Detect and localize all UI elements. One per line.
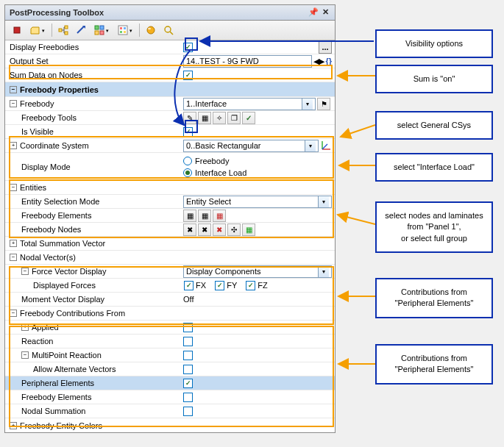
- tool-grid[interactable]: ▾: [90, 22, 113, 38]
- pin-icon[interactable]: 📌: [308, 7, 319, 18]
- row-nodal-sum: Nodal Summation: [5, 404, 335, 418]
- radio-interface-load[interactable]: [183, 168, 192, 177]
- radio-interface-load-label: Interface Load: [195, 168, 246, 177]
- combo-freebody[interactable]: 1..Interface ▾: [183, 98, 316, 110]
- label-display-mode: Display Mode: [5, 153, 183, 180]
- check-fy[interactable]: ✓: [215, 281, 224, 290]
- label-nodal-sum: Nodal Summation: [5, 404, 183, 418]
- node-pick2-icon[interactable]: ✖: [198, 224, 211, 236]
- expander-csys[interactable]: +: [10, 142, 17, 149]
- check-fz[interactable]: ✓: [246, 281, 255, 290]
- svg-rect-11: [120, 27, 122, 29]
- label-display-freebodies: Display Freebodies: [5, 40, 183, 54]
- axis-icon[interactable]: [320, 140, 332, 151]
- label-disp-forces: Displayed Forces: [5, 279, 183, 292]
- titlebar: PostProcessing Toolbox 📌 ✕: [5, 5, 335, 21]
- chevron-down-icon[interactable]: ▾: [302, 99, 313, 110]
- node-grid-icon[interactable]: ▦: [242, 224, 255, 236]
- tool-edit-icon[interactable]: ✎: [183, 112, 196, 124]
- tool-table-icon[interactable]: ▦: [198, 112, 211, 124]
- tool-wizard-icon[interactable]: ✧: [213, 112, 226, 124]
- close-icon[interactable]: ✕: [320, 7, 330, 18]
- label-allow-alt: Allow Alternate Vectors: [5, 362, 183, 376]
- label-freebody-tools: Freebody Tools: [5, 111, 183, 124]
- value-mvd: Off: [183, 295, 194, 304]
- chevron-down-icon[interactable]: ▾: [318, 196, 329, 207]
- expander-contrib[interactable]: −: [10, 310, 17, 317]
- check-multipoint[interactable]: [183, 351, 193, 360]
- node-target-icon[interactable]: ✣: [227, 224, 241, 236]
- tool-sphere[interactable]: [143, 22, 159, 38]
- check-nodal-sum[interactable]: [183, 407, 193, 416]
- svg-rect-8: [95, 31, 99, 35]
- elem-add-icon[interactable]: ▦: [198, 210, 211, 222]
- row-multipoint: − MultiPoint Reaction: [5, 348, 335, 362]
- row-allow-alt: Allow Alternate Vectors: [5, 362, 335, 376]
- node-del-icon[interactable]: ✖: [213, 224, 226, 236]
- combo-output-set[interactable]: 14..TEST - 9G FWD: [183, 55, 312, 68]
- svg-rect-0: [14, 27, 20, 33]
- tool-open[interactable]: ▾: [26, 22, 49, 38]
- filter-icon[interactable]: {}: [325, 57, 332, 65]
- tool-cube[interactable]: [9, 22, 25, 38]
- row-display-freebodies: Display Freebodies ✓ ...: [5, 40, 335, 54]
- row-freebody-elements: Freebody Elements ▦ ▦ ▦: [5, 209, 335, 223]
- svg-point-16: [148, 28, 151, 29]
- combo-csys[interactable]: 0..Basic Rectangular ▾: [183, 140, 319, 152]
- combo-fvd[interactable]: Display Components ▾: [183, 265, 332, 278]
- check-peripheral[interactable]: ✓: [183, 379, 193, 388]
- svg-line-25: [338, 215, 375, 224]
- expander-nodal-vec[interactable]: −: [10, 254, 17, 261]
- svg-line-23: [341, 125, 375, 137]
- row-output-set: Output Set 14..TEST - 9G FWD ◀▶ {}: [5, 54, 335, 68]
- radio-freebody[interactable]: [183, 157, 192, 165]
- label-peripheral: Peripheral Elements: [5, 376, 183, 390]
- tool-tree[interactable]: [55, 22, 71, 38]
- svg-rect-1: [59, 29, 62, 32]
- callout-visibility: Visibility options: [375, 29, 493, 58]
- expander-multipoint[interactable]: −: [21, 351, 29, 359]
- check-allow-alt[interactable]: [183, 365, 193, 374]
- tool-arrow[interactable]: [73, 22, 89, 38]
- options-button[interactable]: ...: [319, 41, 332, 54]
- label-total-sum: Total Summation Vector: [20, 239, 105, 248]
- callout-sum: Sum is "on": [375, 65, 493, 93]
- expander-entities[interactable]: −: [10, 184, 17, 191]
- combo-sel-mode[interactable]: Entity Select ▾: [183, 196, 332, 208]
- row-freebody: − Freebody 1..Interface ▾ ⚑: [5, 97, 335, 111]
- tool-search[interactable]: [160, 22, 177, 38]
- tool-copy-icon[interactable]: ❐: [227, 112, 241, 124]
- check-fx[interactable]: ✓: [184, 281, 194, 290]
- row-freebody-properties: − Freebody Properties: [5, 82, 335, 97]
- expander-total-sum[interactable]: +: [10, 240, 17, 247]
- expander-freebody[interactable]: −: [10, 100, 17, 107]
- row-moment-vec-disp: Moment Vector Display Off: [5, 293, 335, 307]
- radio-freebody-label: Freebody: [195, 157, 229, 165]
- combo-csys-value: 0..Basic Rectangular: [186, 141, 305, 150]
- row-freebody-nodes: Freebody Nodes ✖ ✖ ✖ ✣ ▦: [5, 223, 335, 237]
- elem-pick-icon[interactable]: ▦: [183, 210, 196, 222]
- label-reaction: Reaction: [5, 335, 183, 348]
- check-is-visible[interactable]: ✓: [183, 127, 193, 137]
- svg-rect-3: [65, 32, 68, 35]
- node-pick-icon[interactable]: ✖: [183, 224, 196, 236]
- check-applied[interactable]: [183, 323, 193, 332]
- chevron-down-icon[interactable]: ▾: [305, 140, 316, 151]
- check-reaction[interactable]: [183, 337, 193, 346]
- check-sum-data[interactable]: ✓: [183, 71, 193, 80]
- tool-palette[interactable]: ▾: [114, 22, 136, 38]
- tool-check-icon[interactable]: ✓: [242, 112, 255, 124]
- svg-rect-13: [120, 31, 122, 33]
- check-display-freebodies[interactable]: ✓: [183, 43, 193, 52]
- nav-prev-next-icon[interactable]: ◀▶: [313, 57, 324, 66]
- check-fb-elems2[interactable]: [183, 393, 193, 402]
- expander-colors[interactable]: +: [10, 422, 17, 429]
- expander-fvd[interactable]: −: [21, 268, 29, 275]
- freebody-flag-icon[interactable]: ⚑: [317, 98, 330, 110]
- svg-line-21: [322, 144, 327, 149]
- expander-properties[interactable]: −: [10, 86, 17, 93]
- row-is-visible: Is Visible ✓: [5, 125, 335, 139]
- expander-applied[interactable]: +: [21, 323, 29, 331]
- elem-del-icon[interactable]: ▦: [213, 210, 226, 222]
- chevron-down-icon[interactable]: ▾: [318, 266, 329, 277]
